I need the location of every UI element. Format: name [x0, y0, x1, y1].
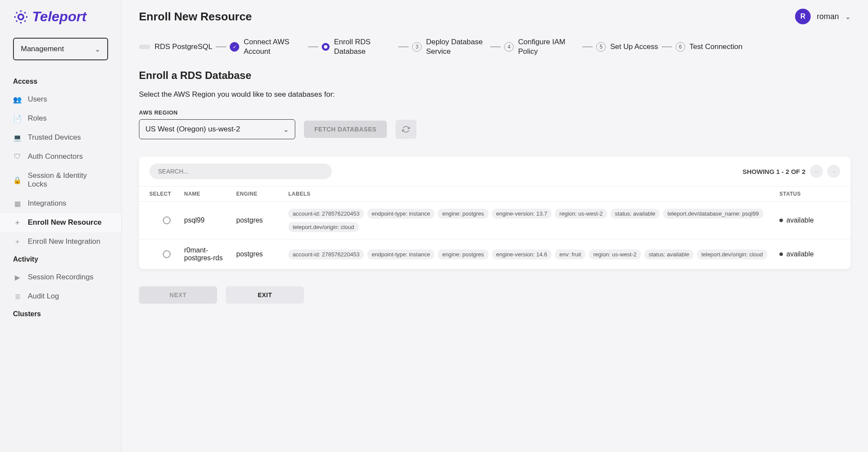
step-connector	[216, 46, 226, 47]
region-select[interactable]: US West (Oregon) us-west-2 ⌄	[139, 119, 295, 139]
sidebar-item-users[interactable]: 👥Users	[0, 90, 121, 109]
brand-name: Teleport	[32, 9, 86, 25]
step-indicator	[139, 45, 150, 49]
step-indicator: 4	[504, 42, 514, 52]
lock-icon: 🔒	[13, 176, 22, 184]
region-select-value: US West (Oregon) us-west-2	[145, 125, 240, 134]
play-icon: ▶	[13, 273, 22, 282]
db-status: available	[779, 250, 840, 258]
row-select-radio[interactable]	[163, 250, 171, 258]
topbar: Enroll New Resource R roman ⌄	[122, 0, 868, 33]
avatar: R	[795, 9, 811, 24]
exit-button[interactable]: EXIT	[226, 286, 304, 304]
region-field-label: AWS REGION	[139, 109, 851, 116]
fetch-databases-button[interactable]: FETCH DATABASES	[304, 121, 387, 138]
mode-select[interactable]: Management ⌄	[13, 38, 108, 60]
sidebar-item-session-recordings[interactable]: ▶Session Recordings	[0, 268, 121, 287]
plus-icon: ＋	[13, 218, 22, 227]
chevron-down-icon: ⌄	[95, 45, 100, 53]
label-chip: teleport.dev/database_name: psql99	[663, 209, 763, 219]
step-label: Configure IAM Policy	[518, 37, 579, 56]
sidebar-item-label: Audit Log	[28, 292, 59, 301]
step-label: Connect AWS Account	[244, 37, 304, 56]
user-menu[interactable]: R roman ⌄	[795, 9, 851, 24]
sidebar-item-session-identity-locks[interactable]: 🔒Session & Identity Locks	[0, 166, 121, 194]
step-connector	[662, 46, 672, 47]
next-button[interactable]: NEXT	[139, 286, 217, 304]
step-label: Deploy Database Service	[426, 37, 487, 56]
user-name: roman	[817, 12, 839, 21]
sidebar-item-label: Trusted Devices	[28, 133, 81, 142]
step-label: Set Up Access	[610, 42, 658, 52]
label-chip: endpoint-type: instance	[367, 249, 434, 259]
shield-icon: 🛡	[13, 152, 22, 161]
sidebar-item-auth-connectors[interactable]: 🛡Auth Connectors	[0, 147, 121, 166]
list-icon: ≣	[13, 292, 22, 301]
sidebar-item-enroll-new-resource[interactable]: ＋Enroll New Resource	[0, 213, 121, 232]
users-icon: 👥	[13, 95, 22, 104]
db-labels: account-id: 278576220453endpoint-type: i…	[288, 209, 779, 232]
col-engine: ENGINE	[236, 191, 288, 197]
brand-logo: Teleport	[0, 9, 121, 38]
main-content: Enroll New Resource R roman ⌄ RDS Postgr…	[122, 0, 868, 452]
step-2: ✓Connect AWS Account	[230, 37, 304, 56]
step-indicator: ✓	[230, 42, 239, 52]
page-title: Enroll New Resource	[139, 10, 252, 23]
sidebar-item-label: Enroll New Integration	[28, 237, 100, 246]
label-chip: engine-version: 14.6	[492, 249, 552, 259]
plus-icon: ＋	[13, 237, 22, 246]
sidebar-item-integrations[interactable]: ▦Integrations	[0, 194, 121, 213]
step-connector	[582, 46, 593, 47]
db-engine: postgres	[236, 250, 288, 258]
sidebar-item-label: Enroll New Resource	[28, 218, 102, 227]
step-indicator: 6	[676, 42, 685, 52]
label-chip: teleport.dev/origin: cloud	[697, 249, 767, 259]
label-chip: region: us-west-2	[555, 209, 607, 219]
step-label: Enroll RDS Database	[334, 37, 395, 56]
sidebar-item-enroll-new-integration[interactable]: ＋Enroll New Integration	[0, 232, 121, 251]
sidebar-section-header: Clusters	[0, 306, 121, 322]
sidebar-item-audit-log[interactable]: ≣Audit Log	[0, 287, 121, 306]
pagination-info: SHOWING 1 - 2 OF 2 ← →	[743, 165, 840, 178]
step-6: 5Set Up Access	[596, 42, 658, 52]
next-page-button[interactable]: →	[827, 165, 840, 178]
sidebar-section-header: Activity	[0, 251, 121, 268]
section-title: Enroll a RDS Database	[139, 69, 851, 82]
sidebar: Teleport Management ⌄ Access👥Users📄Roles…	[0, 0, 122, 452]
prev-page-button[interactable]: ←	[810, 165, 823, 178]
step-indicator	[322, 43, 330, 51]
label-chip: engine-version: 13.7	[492, 209, 552, 219]
db-name: r0mant-postgres-rds	[184, 246, 236, 262]
grid-icon: ▦	[13, 199, 22, 208]
step-connector	[398, 46, 409, 47]
sidebar-item-label: Auth Connectors	[28, 152, 83, 161]
stepper: RDS PostgreSQL✓Connect AWS AccountEnroll…	[122, 33, 868, 69]
db-name: psql99	[184, 216, 236, 224]
sidebar-item-roles[interactable]: 📄Roles	[0, 109, 121, 128]
chevron-down-icon: ⌄	[845, 13, 851, 21]
status-dot-icon	[779, 252, 783, 256]
chevron-down-icon: ⌄	[283, 125, 289, 134]
step-connector	[490, 46, 501, 47]
label-chip: status: available	[644, 249, 693, 259]
sidebar-item-label: Integrations	[28, 199, 66, 208]
db-labels: account-id: 278576220453endpoint-type: i…	[288, 249, 779, 259]
refresh-button[interactable]	[396, 120, 416, 139]
col-name: NAME	[184, 191, 236, 197]
step-label: RDS PostgreSQL	[155, 42, 212, 52]
table-header-row: SELECT NAME ENGINE LABELS STATUS	[139, 186, 851, 201]
search-input[interactable]	[149, 164, 332, 179]
status-dot-icon	[779, 219, 783, 222]
table-row: psql99postgresaccount-id: 278576220453en…	[139, 201, 851, 239]
db-status: available	[779, 216, 840, 224]
step-indicator: 3	[412, 42, 422, 52]
label-chip: engine: postgres	[438, 209, 488, 219]
row-select-radio[interactable]	[163, 216, 171, 224]
step-3: Enroll RDS Database	[322, 37, 395, 56]
database-table: SHOWING 1 - 2 OF 2 ← → SELECT NAME ENGIN…	[139, 157, 851, 269]
step-5: 4Configure IAM Policy	[504, 37, 579, 56]
sidebar-item-trusted-devices[interactable]: 💻Trusted Devices	[0, 128, 121, 147]
step-1: RDS PostgreSQL	[139, 42, 212, 52]
laptop-icon: 💻	[13, 133, 22, 142]
sidebar-item-label: Session Recordings	[28, 273, 93, 282]
